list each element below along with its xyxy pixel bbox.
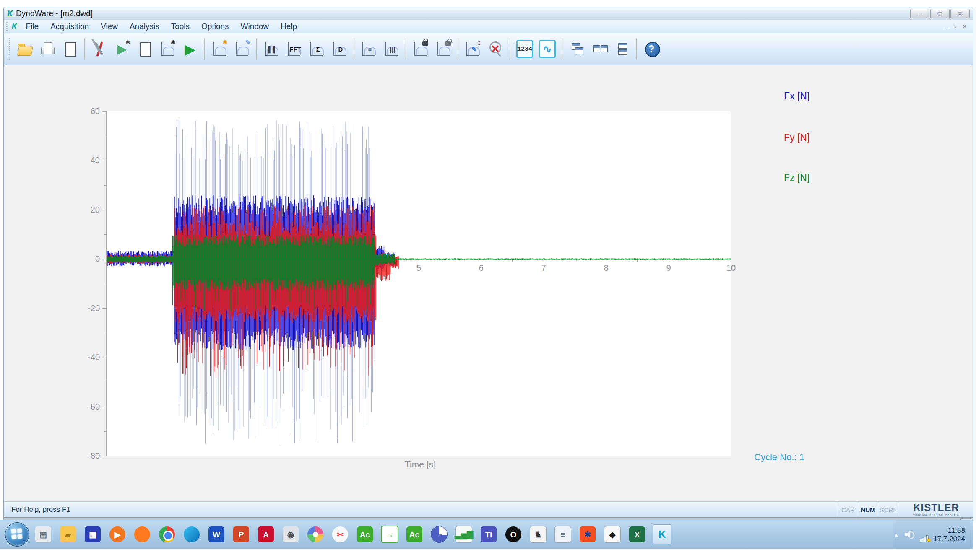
brand-name: KISTLER bbox=[903, 503, 970, 513]
settings-app[interactable]: ✱ bbox=[579, 525, 596, 544]
camera-app[interactable]: ◉ bbox=[282, 525, 299, 544]
edit-graph-button[interactable]: ✎ bbox=[232, 38, 252, 60]
close-button[interactable]: ✕ bbox=[950, 9, 970, 18]
y-tick bbox=[104, 234, 106, 235]
open-file-button[interactable] bbox=[15, 38, 35, 60]
start-button[interactable] bbox=[5, 522, 29, 547]
teams[interactable]: Ti bbox=[480, 525, 497, 544]
signal-canvas[interactable] bbox=[107, 111, 731, 456]
acrobat[interactable]: A bbox=[257, 525, 275, 544]
toolbar-separator bbox=[256, 38, 257, 60]
misc-app[interactable]: ♞ bbox=[529, 525, 547, 544]
tile-horizontal-button[interactable] bbox=[589, 38, 609, 60]
new-graph-button[interactable]: ✱ bbox=[209, 38, 229, 60]
network-icon[interactable]: ✱ bbox=[920, 535, 929, 542]
media-player[interactable]: ▶ bbox=[109, 525, 126, 544]
documentation-button[interactable]: ✎ bbox=[135, 38, 155, 60]
menu-item[interactable]: File bbox=[20, 21, 45, 32]
activepresenter[interactable]: Ac bbox=[356, 525, 374, 544]
firefox[interactable] bbox=[133, 525, 151, 544]
print-button[interactable] bbox=[37, 38, 57, 60]
toolbar-icon: ≡ bbox=[359, 38, 379, 60]
derivative-button[interactable]: D bbox=[329, 38, 349, 60]
toolbar-icon-badge: ✱ bbox=[125, 39, 130, 45]
toolbar-icon bbox=[15, 38, 35, 60]
numeric-display-button[interactable]: 1234 bbox=[515, 38, 535, 60]
edit-axes-button[interactable]: ✎ ↕ bbox=[463, 38, 483, 60]
view-setup-button[interactable]: ✱ bbox=[157, 38, 177, 60]
fft-button[interactable]: FFT bbox=[284, 38, 304, 60]
menu-item[interactable]: Acquisition bbox=[44, 21, 95, 32]
edge[interactable] bbox=[183, 525, 200, 544]
toolbar-icon-badge bbox=[445, 41, 451, 46]
kistler-brand: KISTLER measure. analyze. innovate. bbox=[898, 503, 973, 517]
taskbar-icon: ▤ bbox=[35, 526, 51, 542]
export-doc-app[interactable]: → bbox=[381, 525, 398, 544]
cancel-zoom-button[interactable]: ✕ bbox=[485, 38, 505, 60]
Fy [N][interactable]: Fy [N] bbox=[784, 132, 809, 143]
y-tick bbox=[102, 161, 106, 161]
help-button[interactable]: ? bbox=[641, 38, 661, 60]
y-tick bbox=[104, 185, 106, 186]
lock-axes-button[interactable] bbox=[411, 38, 431, 60]
y-tick bbox=[104, 284, 106, 284]
snipping-tool[interactable]: ✂ bbox=[331, 525, 349, 544]
acquisition-config-button[interactable]: ▶ ✱ bbox=[112, 38, 132, 60]
palette-app[interactable] bbox=[307, 525, 324, 544]
mdi-restore-button[interactable]: ▫ bbox=[954, 23, 956, 29]
powerpoint[interactable]: P bbox=[232, 525, 250, 544]
taskbar-icon: ≡ bbox=[554, 526, 571, 543]
tile-vertical-button[interactable] bbox=[612, 38, 632, 60]
sum-button[interactable]: Σ bbox=[307, 38, 327, 60]
toolbar-separator bbox=[510, 38, 510, 60]
file-explorer[interactable]: ▰ bbox=[59, 525, 77, 544]
taskbar-icon bbox=[431, 526, 448, 543]
activepresenter-2[interactable]: Ac bbox=[406, 525, 423, 544]
chart-app[interactable]: ▃▅▇ bbox=[455, 525, 473, 544]
unlock-axes-button[interactable] bbox=[433, 38, 453, 60]
expand-curves-button[interactable]: ||| bbox=[381, 38, 401, 60]
toolbar-icon bbox=[84, 38, 85, 60]
taskbar-icon: ♞ bbox=[530, 526, 547, 543]
export-refresh-button[interactable]: ↻ bbox=[60, 38, 80, 60]
menu-item[interactable]: View bbox=[95, 21, 124, 32]
dynoware-taskbar-item[interactable]: K bbox=[653, 524, 671, 544]
start-acquisition-button[interactable]: ▶ bbox=[180, 38, 200, 60]
word[interactable]: W bbox=[208, 525, 225, 544]
obs[interactable]: O bbox=[505, 525, 522, 544]
y-tick-label: 20 bbox=[81, 205, 100, 215]
utility-app[interactable]: ▤ bbox=[34, 525, 52, 544]
menu-item[interactable]: Help bbox=[275, 21, 303, 32]
plot-area[interactable]: 6040200-20-40-60-805678910 bbox=[106, 111, 731, 456]
Fz [N][interactable]: Fz [N] bbox=[784, 172, 809, 184]
dynoware-window: K DynoWare - [m2.dwd] —▢✕ K FileAcquisit… bbox=[3, 7, 973, 521]
cursor-bars-button[interactable]: ▌▌ bbox=[261, 38, 281, 60]
menu-item[interactable]: Tools bbox=[165, 21, 195, 32]
hardware-setup-button[interactable] bbox=[89, 38, 109, 60]
pie-app[interactable] bbox=[430, 525, 448, 544]
excel[interactable]: X bbox=[628, 525, 646, 544]
taskbar-icon: ▰ bbox=[60, 526, 76, 542]
inkscape[interactable]: ◆ bbox=[604, 525, 621, 544]
chrome[interactable] bbox=[158, 525, 176, 544]
compress-curves-button[interactable]: ≡ bbox=[359, 38, 379, 60]
menu-item[interactable]: Analysis bbox=[124, 21, 165, 32]
menu-item[interactable]: Window bbox=[235, 21, 275, 32]
menu-item[interactable]: Options bbox=[195, 21, 234, 32]
taskbar-icon: ◆ bbox=[604, 526, 621, 543]
show-hidden-icons-button[interactable]: ▲ bbox=[893, 531, 899, 538]
volume-icon[interactable] bbox=[905, 530, 914, 539]
save-tool[interactable]: ▦ bbox=[84, 525, 102, 544]
restore-button[interactable]: ▢ bbox=[930, 9, 950, 18]
clock[interactable]: 11:58 ✱ 17.7.2024 bbox=[920, 527, 968, 542]
cascade-windows-button[interactable] bbox=[567, 38, 587, 60]
mdi-minimize-button[interactable]: – bbox=[945, 23, 949, 29]
graphic-display-button[interactable]: ∿ bbox=[537, 38, 557, 60]
title-bar[interactable]: K DynoWare - [m2.dwd] —▢✕ bbox=[4, 7, 973, 20]
Fx [N][interactable]: Fx [N] bbox=[784, 91, 809, 102]
notepad-app[interactable]: ≡ bbox=[554, 525, 572, 544]
menu-bar: K FileAcquisitionViewAnalysisToolsOption… bbox=[4, 20, 973, 34]
toolbar-icon bbox=[567, 38, 587, 60]
mdi-close-button[interactable]: ✕ bbox=[962, 23, 967, 29]
minimize-button[interactable]: — bbox=[910, 9, 929, 18]
